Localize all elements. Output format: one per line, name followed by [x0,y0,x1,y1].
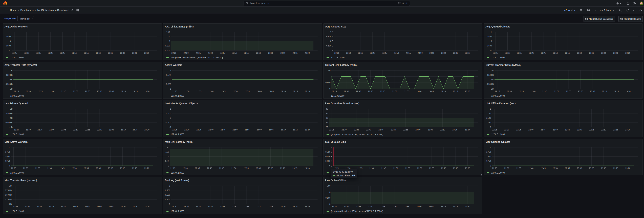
svg-text:0 B: 0 B [8,203,12,205]
svg-text:23:10: 23:10 [120,90,126,92]
svg-text:22:45: 22:45 [220,90,226,92]
svg-text:22:45: 22:45 [220,205,225,208]
svg-text:22:25: 22:25 [329,129,334,131]
svg-text:-1: -1 [169,126,171,129]
svg-text:1 B: 1 B [8,184,12,187]
svg-text:22:25: 22:25 [12,52,17,54]
svg-text:23:20: 23:20 [625,129,630,131]
svg-text:23:20: 23:20 [144,167,149,169]
svg-text:23:10: 23:10 [280,52,286,54]
svg-text:1: 1 [330,75,330,78]
svg-text:0 B: 0 B [490,78,494,81]
svg-text:23:15: 23:15 [132,129,138,131]
svg-text:0.800: 0.800 [165,45,170,47]
svg-text:23:10: 23:10 [601,167,606,169]
svg-text:22:35: 22:35 [518,90,524,92]
svg-text:22:45: 22:45 [61,205,66,208]
svg-text:22:50: 22:50 [72,52,77,54]
svg-text:1.40: 1.40 [166,31,170,33]
svg-text:22:25: 22:25 [332,90,336,92]
svg-text:1: 1 [170,69,171,72]
svg-text:22:45: 22:45 [542,90,547,92]
svg-text:22:30: 22:30 [506,90,512,92]
svg-text:22:40: 22:40 [49,205,54,208]
svg-text:23:05: 23:05 [109,90,114,92]
svg-text:0.250 B: 0.250 B [5,198,12,201]
svg-text:10: 10 [167,146,169,149]
svg-text:22:30: 22:30 [184,52,188,54]
svg-text:23:20: 23:20 [144,205,149,208]
svg-text:0.500: 0.500 [166,112,171,115]
svg-text:23:20: 23:20 [304,205,310,208]
svg-text:22:35: 22:35 [356,90,361,92]
svg-text:0.500 B: 0.500 B [325,155,332,158]
svg-text:22:25: 22:25 [171,52,176,54]
svg-text:22:40: 22:40 [368,90,373,92]
svg-text:0: 0 [10,40,11,42]
svg-text:22:55: 22:55 [565,167,570,169]
svg-text:22:35: 22:35 [196,205,200,208]
svg-text:22:30: 22:30 [184,205,188,208]
svg-text:23:00: 23:00 [577,52,582,54]
svg-text:22:35: 22:35 [517,52,522,54]
svg-text:23:20: 23:20 [144,129,150,131]
svg-text:23:20: 23:20 [464,129,470,131]
svg-text:-0.500 B: -0.500 B [5,83,12,85]
svg-text:23:05: 23:05 [589,167,594,169]
svg-text:23:10: 23:10 [602,90,607,92]
svg-text:22:55: 22:55 [565,52,570,54]
svg-text:1: 1 [490,108,491,110]
svg-text:22:30: 22:30 [184,129,189,131]
svg-text:22:40: 22:40 [370,52,375,54]
svg-text:22:50: 22:50 [232,205,237,208]
svg-text:0.500 B: 0.500 B [6,74,12,76]
svg-text:-1: -1 [169,88,171,90]
svg-text:0: 0 [491,40,492,42]
svg-text:23:00: 23:00 [96,52,101,54]
svg-text:22:40: 22:40 [366,129,371,131]
svg-text:23:20: 23:20 [304,167,310,169]
svg-text:22:45: 22:45 [61,90,66,92]
svg-text:23:05: 23:05 [109,129,114,131]
svg-text:0.500 B: 0.500 B [6,112,12,115]
svg-text:22:50: 22:50 [392,205,397,208]
svg-text:0.750: 0.750 [5,151,10,153]
svg-text:22:55: 22:55 [84,52,89,54]
svg-text:22:30: 22:30 [182,167,188,169]
svg-text:22:45: 22:45 [541,52,546,54]
svg-text:23:05: 23:05 [268,52,273,54]
svg-text:0.250: 0.250 [165,198,170,201]
svg-text:-0.500 B: -0.500 B [486,83,494,85]
svg-text:23:00: 23:00 [577,167,582,169]
svg-text:-1 B: -1 B [9,88,12,90]
svg-text:23:05: 23:05 [268,205,273,208]
svg-text:0.750: 0.750 [165,189,170,192]
svg-text:23:15: 23:15 [132,167,137,169]
svg-text:23:10: 23:10 [440,205,446,208]
svg-text:23:10: 23:10 [120,52,125,54]
svg-text:0.750: 0.750 [486,151,491,153]
svg-text:1.50: 1.50 [326,184,330,187]
svg-text:22:45: 22:45 [382,52,387,54]
svg-text:22:55: 22:55 [84,205,90,208]
svg-text:-0.500 B: -0.500 B [5,122,12,124]
svg-text:-1: -1 [490,49,492,52]
svg-text:22:50: 22:50 [553,52,558,54]
svg-text:23:20: 23:20 [465,52,470,54]
svg-text:40: 40 [326,108,328,110]
svg-text:22:25: 22:25 [493,52,498,54]
svg-text:22:55: 22:55 [244,167,248,169]
svg-text:23:00: 23:00 [256,52,261,54]
svg-text:23:10: 23:10 [120,205,126,208]
svg-text:22:55: 22:55 [566,90,571,92]
svg-text:23:10: 23:10 [280,90,286,92]
svg-text:23:20: 23:20 [625,90,630,92]
svg-text:0.750 B: 0.750 B [325,151,332,153]
svg-text:22:35: 22:35 [196,90,202,92]
svg-text:0: 0 [330,203,330,205]
svg-text:22:30: 22:30 [24,52,29,54]
svg-text:1 B: 1 B [330,31,333,33]
svg-text:23:20: 23:20 [304,129,310,131]
svg-text:23:05: 23:05 [590,90,595,92]
svg-text:22:45: 22:45 [540,129,546,131]
